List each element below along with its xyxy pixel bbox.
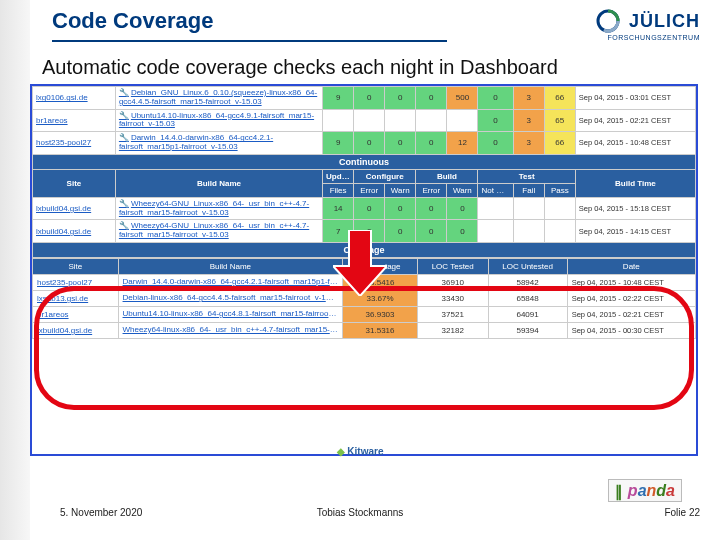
cov-cell-date: Sep 04, 2015 - 10:48 CEST	[567, 274, 695, 290]
wrench-icon: 🔧	[119, 88, 129, 97]
cov-cell-site[interactable]: br1areos	[33, 306, 119, 322]
cell-build[interactable]: 🔧Darwin_14.4.0-darwin-x86_64-gcc4.2.1-fa…	[115, 132, 322, 155]
cell-site[interactable]: host235-pool27	[33, 132, 116, 155]
wrench-icon: 🔧	[119, 221, 129, 230]
cell-metric	[354, 109, 385, 132]
panda-a1: a	[638, 482, 647, 499]
col-site: Site	[33, 169, 116, 197]
cell-metric: 9	[323, 132, 354, 155]
cell-site[interactable]: lxbuild04.gsi.de	[33, 220, 116, 243]
cell-metric: 0	[354, 87, 385, 110]
julich-logo-text: JÜLICH	[629, 12, 700, 30]
cov-cell-untested: 65848	[488, 290, 567, 306]
cov-cell-pct: 31.5316	[343, 322, 418, 338]
panda-a2: a	[666, 482, 675, 499]
col-cfg-warn: Warn	[385, 183, 416, 197]
cell-time: Sep 04, 2015 - 14:15 CEST	[575, 220, 695, 243]
colgrp-configure: Configure	[354, 169, 416, 183]
cell-metric	[544, 197, 575, 220]
colgrp-test: Test	[478, 169, 575, 183]
cov-cell-build[interactable]: Wheezy64-linux-x86_64-_usr_bin_c++-4.7-f…	[118, 322, 343, 338]
cell-metric	[323, 109, 354, 132]
cell-metric: 0	[385, 220, 416, 243]
cell-metric	[478, 220, 513, 243]
panda-n: n	[647, 482, 657, 499]
cell-metric: 3	[513, 87, 544, 110]
cell-metric: 0	[385, 197, 416, 220]
table-row: lxg0106.gsi.de🔧Debian_GNU_Linux.6_0.10.(…	[33, 87, 696, 110]
cov-cell-site[interactable]: lxbuild04.gsi.de	[33, 322, 119, 338]
cell-metric: 0	[478, 109, 513, 132]
footer-author: Tobias Stockmanns	[317, 507, 404, 518]
cell-metric: 0	[478, 132, 513, 155]
cell-site[interactable]: br1areos	[33, 109, 116, 132]
attention-arrow-icon	[333, 230, 387, 296]
cell-build[interactable]: 🔧Wheezy64-GNU_Linux-x86_64-_usr_bin_c++-…	[115, 197, 322, 220]
cell-metric: 14	[323, 197, 354, 220]
cov-cell-tested: 32182	[417, 322, 488, 338]
cell-site[interactable]: lxg0106.gsi.de	[33, 87, 116, 110]
cell-metric: 0	[416, 197, 447, 220]
cov-cell-site[interactable]: host235-pool27	[33, 274, 119, 290]
cell-metric: 0	[447, 197, 478, 220]
footer-date: 5. November 2020	[60, 507, 142, 518]
cov-col-untested: LOC Untested	[488, 258, 567, 274]
cell-metric	[385, 109, 416, 132]
slide-left-accent	[0, 0, 30, 540]
col-notrun: Not Run	[478, 183, 513, 197]
cell-build[interactable]: 🔧Wheezy64-GNU_Linux-x86_64-_usr_bin_c++-…	[115, 220, 322, 243]
cell-metric: 0	[385, 132, 416, 155]
cov-cell-tested: 33430	[417, 290, 488, 306]
cell-metric: 500	[447, 87, 478, 110]
cov-col-site: Site	[33, 258, 119, 274]
cell-metric	[513, 220, 544, 243]
colgrp-update: Update	[323, 169, 354, 183]
cov-cell-untested: 59394	[488, 322, 567, 338]
wrench-icon: 🔧	[119, 199, 129, 208]
cov-cell-build[interactable]: Darwin_14.4.0-darwin-x86_64-gcc4.2.1-fai…	[118, 274, 343, 290]
cov-cell-build[interactable]: Debian-linux-x86_64-gcc4.4.5-fairsoft_ma…	[118, 290, 343, 306]
cell-metric: 0	[354, 197, 385, 220]
cell-site[interactable]: lxbuild04.gsi.de	[33, 197, 116, 220]
col-bld-warn: Warn	[447, 183, 478, 197]
cell-metric	[544, 220, 575, 243]
colgrp-build: Build	[416, 169, 478, 183]
cell-build[interactable]: 🔧Ubuntu14.10-linux-x86_64-gcc4.9.1-fairs…	[115, 109, 322, 132]
kitware-icon: ◆	[337, 446, 345, 457]
cell-time: Sep 04, 2015 - 03:01 CEST	[575, 87, 695, 110]
cov-col-build: Build Name	[118, 258, 343, 274]
julich-logo: JÜLICH FORSCHUNGSZENTRUM	[595, 8, 700, 41]
cell-metric: 66	[544, 132, 575, 155]
cell-metric: 0	[416, 132, 447, 155]
cell-metric: 3	[513, 132, 544, 155]
cell-metric: 0	[385, 87, 416, 110]
cell-time: Sep 04, 2015 - 15:18 CEST	[575, 197, 695, 220]
cell-metric: 0	[447, 220, 478, 243]
col-buildtime: Build Time	[575, 169, 695, 197]
col-files: Files	[323, 183, 354, 197]
panda-bar-icon: ‖	[615, 482, 623, 499]
footer-page: Folie 22	[664, 507, 700, 518]
title-underline	[52, 40, 447, 42]
table-row: br1areos🔧Ubuntu14.10-linux-x86_64-gcc4.9…	[33, 109, 696, 132]
panda-p: p	[628, 482, 638, 499]
section-continuous: Continuous	[33, 154, 696, 169]
cell-build[interactable]: 🔧Debian_GNU_Linux.6_0.10.(squeeze)-linux…	[115, 87, 322, 110]
cov-cell-date: Sep 04, 2015 - 02:22 CEST	[567, 290, 695, 306]
cov-cell-site[interactable]: lxsub13.gsi.de	[33, 290, 119, 306]
kitware-text: Kitware	[347, 446, 383, 457]
kitware-credit: ◆ Kitware	[337, 446, 384, 457]
cov-col-date: Date	[567, 258, 695, 274]
cell-metric: 3	[513, 109, 544, 132]
cell-metric: 0	[478, 87, 513, 110]
cov-cell-date: Sep 04, 2015 - 02:21 CEST	[567, 306, 695, 322]
panda-d: d	[656, 482, 666, 499]
cov-cell-build[interactable]: Ubuntu14.10-linux-x86_64-gcc4.8.1-fairso…	[118, 306, 343, 322]
table-row: host235-pool27🔧Darwin_14.4.0-darwin-x86_…	[33, 132, 696, 155]
wrench-icon: 🔧	[119, 133, 129, 142]
julich-logo-icon	[595, 8, 621, 34]
col-cfg-error: Error	[354, 183, 385, 197]
cell-metric: 0	[354, 132, 385, 155]
cov-cell-untested: 58942	[488, 274, 567, 290]
cov-cell-pct: 36.9303	[343, 306, 418, 322]
